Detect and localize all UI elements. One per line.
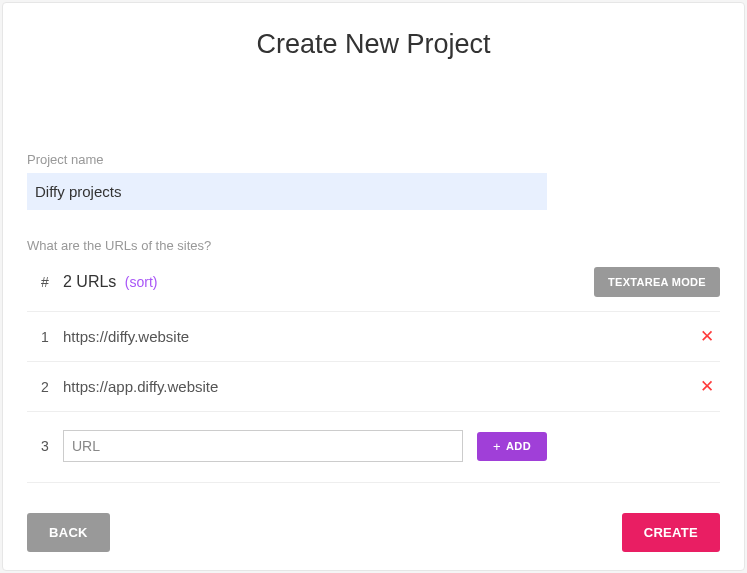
url-row-value: https://app.diffy.website [63,378,694,395]
sort-link[interactable]: (sort) [125,274,158,290]
textarea-mode-button[interactable]: TEXTAREA MODE [594,267,720,297]
url-count-label: 2 URLs [63,273,116,290]
footer: BACK CREATE [27,513,720,552]
url-row-num: 2 [27,379,63,395]
project-name-input[interactable] [27,173,547,210]
add-url-row: 3 + ADD [27,412,720,483]
url-input[interactable] [63,430,463,462]
url-row: 1 https://diffy.website ✕ [27,312,720,362]
urls-header-row: # 2 URLs (sort) TEXTAREA MODE [27,267,720,312]
header-count-wrapper: 2 URLs (sort) [63,273,157,291]
form-content: Project name What are the URLs of the si… [3,152,744,483]
delete-icon[interactable]: ✕ [694,376,720,397]
add-row-num: 3 [27,438,63,454]
add-button-label: ADD [506,440,531,452]
url-row-num: 1 [27,329,63,345]
create-project-card: Create New Project Project name What are… [2,2,745,571]
header-hash: # [27,274,63,290]
urls-question-label: What are the URLs of the sites? [27,238,720,253]
plus-icon: + [493,439,501,454]
page-title: Create New Project [3,3,744,60]
delete-icon[interactable]: ✕ [694,326,720,347]
back-button[interactable]: BACK [27,513,110,552]
url-row-value: https://diffy.website [63,328,694,345]
add-url-button[interactable]: + ADD [477,432,547,461]
project-name-label: Project name [27,152,720,167]
url-row: 2 https://app.diffy.website ✕ [27,362,720,412]
create-button[interactable]: CREATE [622,513,720,552]
